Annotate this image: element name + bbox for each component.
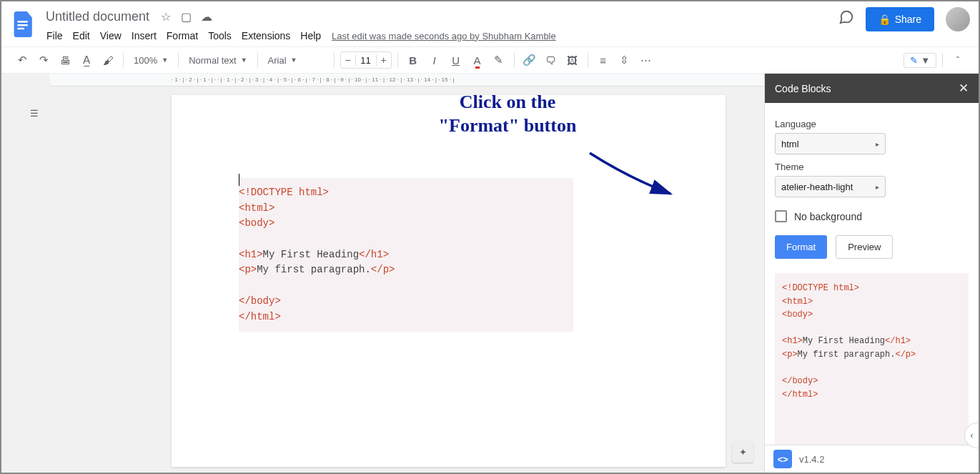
no-background-checkbox[interactable]: No background — [775, 210, 969, 222]
menu-help[interactable]: Help — [295, 27, 326, 44]
svg-rect-2 — [17, 28, 24, 29]
outline-strip: ☰ — [19, 74, 50, 473]
paint-format-icon[interactable]: 🖌 — [99, 51, 117, 69]
document-title[interactable]: Untitled document — [41, 8, 154, 26]
menu-extensions[interactable]: Extensions — [237, 27, 295, 44]
font-increase-button[interactable]: + — [377, 54, 391, 66]
print-icon[interactable]: 🖶 — [56, 51, 74, 69]
star-icon[interactable]: ☆ — [161, 11, 171, 23]
docs-logo[interactable] — [10, 7, 39, 41]
editing-mode-dropdown[interactable]: ✎ ▼ — [904, 53, 936, 68]
code-preview: <!DOCTYPE html> <html> <body> <h1>My Fir… — [775, 273, 969, 445]
ruler[interactable]: · 1 · | · 2 · | · 1 · | · · | · 1 · | · … — [50, 74, 764, 87]
comment-add-icon[interactable]: 🗨 — [542, 51, 560, 69]
font-decrease-button[interactable]: − — [341, 54, 355, 66]
more-icon[interactable]: ⋯ — [637, 51, 655, 69]
image-icon[interactable]: 🖼 — [563, 51, 582, 69]
menubar: File Edit View Insert Format Tools Exten… — [41, 26, 838, 46]
avatar[interactable] — [946, 7, 970, 31]
style-dropdown[interactable]: Normal text▼ — [184, 55, 251, 66]
format-button[interactable]: Format — [775, 235, 827, 259]
svg-rect-1 — [17, 24, 27, 26]
tab-strip — [1, 74, 19, 473]
close-icon[interactable]: ✕ — [959, 81, 969, 96]
comments-icon[interactable] — [838, 9, 854, 29]
redo-icon[interactable]: ↷ — [34, 51, 53, 69]
highlight-icon[interactable]: ✎ — [490, 51, 508, 69]
code-block[interactable]: <!DOCTYPE html> <html> <body> <h1>My Fir… — [239, 178, 573, 332]
undo-icon[interactable]: ↶ — [13, 51, 31, 69]
spellcheck-icon[interactable]: A̲ — [77, 51, 96, 69]
language-select[interactable]: html▸ — [775, 133, 886, 154]
preview-button[interactable]: Preview — [836, 235, 893, 259]
menu-view[interactable]: View — [95, 27, 127, 44]
pencil-icon: ✎ — [910, 55, 918, 66]
menu-insert[interactable]: Insert — [127, 27, 162, 44]
menu-format[interactable]: Format — [162, 27, 203, 44]
bold-icon[interactable]: B — [404, 51, 422, 69]
checkbox-icon — [775, 210, 787, 222]
last-edit-link[interactable]: Last edit was made seconds ago by Shubha… — [332, 31, 556, 41]
underline-icon[interactable]: U — [447, 51, 465, 69]
outline-icon[interactable]: ☰ — [30, 108, 39, 119]
move-icon[interactable]: ▢ — [181, 11, 192, 23]
font-dropdown[interactable]: Arial▼ — [264, 55, 328, 66]
menu-tools[interactable]: Tools — [203, 27, 237, 44]
line-spacing-icon[interactable]: ⇳ — [615, 51, 634, 69]
align-icon[interactable]: ≡ — [594, 51, 613, 69]
share-button[interactable]: 🔒 Share — [866, 7, 934, 31]
document-page[interactable]: <!DOCTYPE html> <html> <body> <h1>My Fir… — [172, 95, 726, 467]
language-label: Language — [775, 119, 969, 129]
link-icon[interactable]: 🔗 — [520, 51, 539, 69]
cloud-icon[interactable]: ☁ — [201, 11, 212, 23]
addon-icon[interactable]: <> — [773, 450, 792, 468]
italic-icon[interactable]: I — [425, 51, 444, 69]
menu-file[interactable]: File — [41, 27, 68, 44]
font-size-value[interactable]: 11 — [355, 55, 377, 66]
theme-label: Theme — [775, 162, 969, 172]
toolbar: ↶ ↷ 🖶 A̲ 🖌 100%▼ Normal text▼ Arial▼ − 1… — [1, 47, 979, 74]
code-blocks-panel: Code Blocks ✕ Language html▸ Theme ateli… — [764, 74, 979, 473]
hide-sidepanel-icon[interactable]: ˆ — [949, 51, 967, 69]
share-label: Share — [895, 14, 921, 25]
theme-select[interactable]: atelier-heath-light▸ — [775, 176, 886, 197]
text-cursor — [239, 174, 239, 186]
version-label: v1.4.2 — [799, 454, 824, 465]
text-color-icon[interactable]: A — [468, 51, 487, 69]
lock-icon: 🔒 — [878, 14, 891, 25]
svg-rect-0 — [17, 21, 27, 22]
explore-button[interactable]: ✦ — [732, 441, 753, 463]
panel-title: Code Blocks — [775, 83, 831, 94]
menu-edit[interactable]: Edit — [68, 27, 95, 44]
zoom-dropdown[interactable]: 100%▼ — [129, 55, 172, 66]
